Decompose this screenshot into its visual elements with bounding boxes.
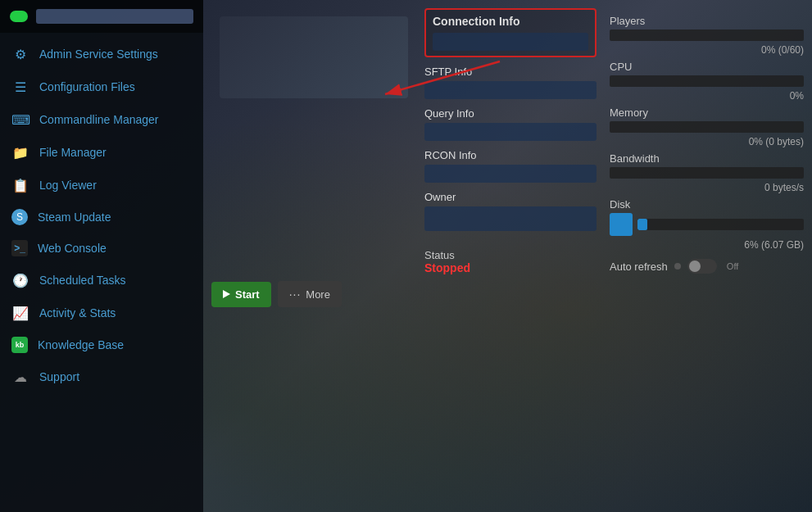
disk-bar-container (637, 219, 804, 230)
memory-stat: Memory 0% (0 bytes) (610, 106, 804, 147)
players-stat: Players 0% (0/60) (610, 15, 804, 56)
sidebar-item-file-manager[interactable]: 📁 File Manager (0, 136, 203, 169)
sidebar-label-support: Support (39, 370, 79, 383)
cpu-title: CPU (610, 61, 804, 73)
steam-icon: S (11, 209, 28, 225)
sftp-info-value (424, 81, 597, 99)
sidebar-item-scheduled-tasks[interactable]: 🕐 Scheduled Tasks (0, 264, 203, 297)
log-icon: 📋 (11, 176, 29, 194)
sidebar-item-log-viewer[interactable]: 📋 Log Viewer (0, 169, 203, 202)
cpu-bar-container (610, 75, 804, 87)
more-dots-icon: ··· (289, 288, 302, 301)
memory-value: 0% (0 bytes) (610, 136, 804, 147)
server-name-bar (36, 9, 193, 24)
disk-stat: Disk 6% (6.07 GB) (610, 198, 804, 251)
sidebar-item-steam-update[interactable]: S Steam Update (0, 202, 203, 233)
query-info-title: Query Info (424, 107, 597, 120)
sidebar-label-steam-update: Steam Update (38, 211, 111, 224)
status-section: Status Stopped (424, 249, 597, 274)
memory-title: Memory (610, 106, 804, 119)
top-row: Connection Info SFTP Info Query Info RCO… (203, 0, 812, 274)
sidebar-header (0, 0, 203, 33)
owner-card: Owner (424, 191, 597, 231)
server-thumbnail (220, 16, 408, 98)
bandwidth-stat: Bandwidth 0 bytes/s (610, 152, 804, 193)
start-button[interactable]: Start (211, 282, 271, 307)
cpu-value: 0% (610, 90, 804, 102)
sidebar-item-commandline-manager[interactable]: ⌨ Commandline Manager (0, 103, 203, 136)
support-icon: ☁ (11, 368, 29, 386)
bottom-buttons: Start ··· More (203, 274, 812, 314)
toggle-knob (689, 261, 701, 272)
owner-title: Owner (424, 191, 597, 203)
auto-refresh-dot (674, 263, 681, 270)
sidebar-item-activity-stats[interactable]: 📈 Activity & Stats (0, 297, 203, 329)
status-value: Stopped (424, 261, 597, 274)
sidebar-label-activity-stats: Activity & Stats (39, 306, 116, 319)
connection-info-title: Connection Info (433, 15, 588, 28)
sidebar-label-admin-service-settings: Admin Service Settings (39, 48, 158, 61)
disk-header: Disk (610, 198, 804, 211)
players-bar-container (610, 29, 804, 41)
disk-bar-wrapper (637, 219, 804, 230)
query-info-value (424, 123, 597, 141)
bandwidth-value: 0 bytes/s (610, 182, 804, 193)
disk-title: Disk (610, 198, 630, 211)
right-panel: Connection Info SFTP Info Query Info RCO… (424, 8, 804, 274)
sidebar: ⚙ Admin Service Settings ☰ Configuration… (0, 0, 203, 512)
owner-value (424, 206, 597, 231)
gear-icon: ⚙ (11, 45, 29, 63)
sidebar-item-admin-service-settings[interactable]: ⚙ Admin Service Settings (0, 38, 203, 70)
memory-bar-container (610, 121, 804, 133)
sliders-icon: ☰ (11, 78, 29, 96)
sidebar-label-knowledge-base: Knowledge Base (38, 338, 124, 351)
bandwidth-title: Bandwidth (610, 152, 804, 165)
disk-value: 6% (6.07 GB) (610, 239, 804, 251)
sidebar-label-file-manager: File Manager (39, 146, 107, 159)
chart-icon: 📈 (11, 304, 29, 322)
main-content: Connection Info SFTP Info Query Info RCO… (203, 0, 812, 512)
players-value: 0% (0/60) (610, 44, 804, 56)
folder-icon: 📁 (11, 143, 29, 161)
more-button[interactable]: ··· More (278, 281, 342, 307)
rcon-info-card: RCON Info (424, 149, 597, 183)
sidebar-item-web-console[interactable]: >_ Web Console (0, 233, 203, 264)
sidebar-label-scheduled-tasks: Scheduled Tasks (39, 274, 126, 287)
toggle-state-label: Off (727, 261, 738, 271)
disk-bar-row (610, 213, 804, 236)
server-status-dot (10, 11, 28, 22)
clock-icon: 🕐 (11, 271, 29, 289)
rcon-info-value (424, 165, 597, 183)
sidebar-item-knowledge-base[interactable]: kb Knowledge Base (0, 329, 203, 360)
auto-refresh-toggle[interactable] (687, 259, 717, 274)
rcon-info-title: RCON Info (424, 149, 597, 161)
more-label: More (306, 288, 330, 301)
sidebar-item-support[interactable]: ☁ Support (0, 360, 203, 393)
sidebar-item-configuration-files[interactable]: ☰ Configuration Files (0, 70, 203, 103)
play-icon (223, 290, 230, 298)
sftp-info-title: SFTP Info (424, 66, 597, 78)
sftp-info-card: SFTP Info (424, 66, 597, 99)
query-info-card: Query Info (424, 107, 597, 141)
cpu-stat: CPU 0% (610, 61, 804, 102)
connection-info-card: Connection Info (424, 8, 597, 57)
disk-icon (610, 213, 633, 236)
sidebar-label-web-console: Web Console (38, 242, 107, 255)
sidebar-label-commandline-manager: Commandline Manager (39, 113, 159, 126)
kb-icon: kb (11, 337, 28, 353)
keyboard-icon: ⌨ (11, 111, 29, 129)
status-label: Status (424, 249, 597, 261)
start-label: Start (235, 288, 260, 301)
auto-refresh-row: Auto refresh Off (610, 259, 804, 274)
sidebar-label-log-viewer: Log Viewer (39, 179, 97, 192)
sidebar-label-configuration-files: Configuration Files (39, 80, 135, 93)
console-icon: >_ (11, 240, 28, 256)
sidebar-nav: ⚙ Admin Service Settings ☰ Configuration… (0, 33, 203, 512)
info-panel: Connection Info SFTP Info Query Info RCO… (424, 8, 597, 274)
auto-refresh-label: Auto refresh (610, 261, 668, 273)
connection-info-value (433, 33, 588, 51)
disk-bar-fill (637, 219, 647, 230)
players-title: Players (610, 15, 804, 27)
stats-panel: Players 0% (0/60) CPU 0% Memory (610, 8, 804, 274)
bandwidth-bar-container (610, 167, 804, 179)
